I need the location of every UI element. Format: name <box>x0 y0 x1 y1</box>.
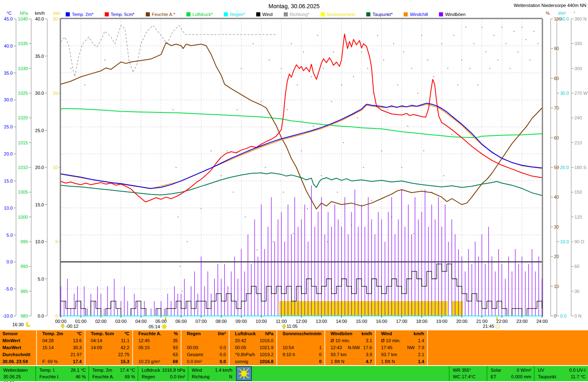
svg-text:5.0: 5.0 <box>38 277 44 281</box>
svg-text:01:00: 01:00 <box>75 319 87 324</box>
status-label: Temp. I. <box>39 367 55 373</box>
sunset-square-icon <box>496 325 499 328</box>
svg-text:45.0: 45.0 <box>4 16 13 21</box>
status-value: 46 % <box>76 373 86 380</box>
svg-text:90: 90 <box>554 46 559 51</box>
cell-value: 13.6 <box>73 337 82 344</box>
cell-label: 04:28 <box>40 337 54 344</box>
status-cell-right-1: Solar0 W/m²ET0.000 mm <box>487 366 534 381</box>
cell-label: 12:45 <box>136 337 150 344</box>
status-label: Luftdruck <box>142 367 160 373</box>
svg-text:10.0: 10.0 <box>35 239 44 244</box>
cell-label: 9:10 h <box>280 351 295 358</box>
cell-label: Gesamt: <box>184 351 204 358</box>
col-name: Regen <box>184 330 201 337</box>
moon-time-text: 16:30 <box>12 322 24 327</box>
axis-lm2: 40.030.020.010.00.0 <box>557 16 569 318</box>
svg-text:13:00: 13:00 <box>316 319 327 324</box>
cell-label: 05:15 <box>136 344 150 351</box>
col-unit: hPa <box>265 330 273 337</box>
svg-text:90 O: 90 O <box>574 239 584 244</box>
status-label: Taupunkt <box>538 373 556 380</box>
cell-label: 0.0 l/m² <box>184 358 202 365</box>
cell-label: 04:14 <box>88 337 102 344</box>
stats-row-header: Durchschnitt <box>0 351 36 358</box>
sunrise-text: 05:14 <box>149 324 160 329</box>
status-bar: Wetterdaten30.06.25 23:59Temp. I.26.1 °C… <box>0 366 588 381</box>
cell-label: 00:05 <box>232 344 246 351</box>
svg-text:985: 985 <box>21 289 28 294</box>
svg-text:15: 15 <box>53 91 58 96</box>
svg-text:120: 120 <box>574 215 582 220</box>
svg-text:20.0: 20.0 <box>560 165 569 170</box>
axis-hpa: 1040103510301025102010151010100510009959… <box>18 16 31 318</box>
chart-plot: 00:0001:0002:0003:0004:0005:0006:0007:00… <box>0 0 588 330</box>
cell-value: 2.1 <box>418 351 424 358</box>
cell-value: 15.3 <box>121 358 129 365</box>
svg-text:0.0: 0.0 <box>38 313 44 318</box>
svg-text:06:00: 06:00 <box>175 319 187 324</box>
stats-col-regen: Regenl/m²00:000.0Gesamt:0.00.0 l/m²0.0 <box>181 330 229 365</box>
cell-value: 4.7 <box>366 358 372 365</box>
cell-label: 10:54 <box>280 344 294 351</box>
svg-text:17:00: 17:00 <box>396 319 407 324</box>
axis-temp_c: 45.040.035.030.025.020.015.010.05.00.0-5… <box>2 16 16 318</box>
svg-text:5.0: 5.0 <box>7 233 13 238</box>
status-label: WR 355° <box>453 367 471 373</box>
svg-text:08:00: 08:00 <box>216 319 227 324</box>
cell-label: 14:09 <box>88 344 102 351</box>
col-unit: km/h <box>361 330 372 337</box>
col-unit: min <box>313 330 322 337</box>
svg-text:1010: 1010 <box>18 165 28 170</box>
time-axis-labels: 00:0001:0002:0003:0004:0005:0006:0007:00… <box>55 319 548 324</box>
svg-text:995: 995 <box>21 239 28 244</box>
stats-row-header: MaxWert <box>0 344 36 351</box>
svg-text:l/m²: l/m² <box>558 11 566 16</box>
col-unit: % <box>174 330 178 337</box>
col-unit: °C <box>77 330 82 337</box>
cell-value: 63 <box>173 351 178 358</box>
status-value: 0.0 UV-I <box>569 367 586 373</box>
status-value: 0.0 l/m² <box>170 373 185 380</box>
svg-text:30: 30 <box>574 289 579 294</box>
svg-text:150: 150 <box>574 190 582 194</box>
svg-text:35.0: 35.0 <box>4 71 13 75</box>
svg-text:23:00: 23:00 <box>516 319 528 324</box>
svg-text:18:00: 18:00 <box>416 319 427 324</box>
cell-value: 0.0 <box>220 351 226 358</box>
cell-label: Ø 10 min. <box>379 337 401 344</box>
col-name: Feuchte A. <box>136 330 161 337</box>
status-value: 69 % <box>125 373 135 380</box>
svg-text:1020: 1020 <box>18 115 28 120</box>
cell-label: 93.7 km <box>379 351 397 358</box>
status-label: Temp. 2m <box>92 367 112 373</box>
moonrise-marker: 11:05 <box>282 324 298 329</box>
svg-text:210: 210 <box>574 140 582 145</box>
status-cell-2: Temp. 2m17.4 °CFeuchte A.69 % <box>88 366 138 381</box>
svg-text:0: 0 <box>55 313 58 318</box>
cell-value: 0.0 <box>220 344 226 351</box>
status-label: 30.06.25 23:59 <box>3 373 33 380</box>
svg-text:20.0: 20.0 <box>4 151 13 156</box>
svg-text:%: % <box>546 11 550 16</box>
svg-text:30.0: 30.0 <box>35 91 44 96</box>
cell-label: 20:42 <box>232 337 246 344</box>
axis-deg: 360 N330300270 W240210180 S15012090 O603… <box>571 16 588 318</box>
col-name: Luftdruck <box>232 330 256 337</box>
status-label: Richtung <box>192 373 209 380</box>
svg-text:80: 80 <box>554 76 559 81</box>
status-value: 1016.8 hPa <box>162 367 185 373</box>
col-name: Sonnenschein <box>280 330 313 337</box>
svg-text:240: 240 <box>574 115 582 120</box>
status-label: WC 17.4°C <box>453 373 475 380</box>
svg-text:70: 70 <box>554 105 559 110</box>
svg-text:12:00: 12:00 <box>296 319 307 324</box>
status-label: Solar <box>491 367 501 373</box>
status-value: 26.1 °C <box>71 367 86 373</box>
svg-text:min: min <box>53 11 60 16</box>
stats-col-sonnenschein: Sonnenscheinmin10:5419:10 h00 <box>276 330 324 365</box>
svg-text:980: 980 <box>21 313 28 318</box>
status-cell-4: Wind1.4 km/hRichtungN <box>188 366 235 381</box>
svg-text:°: ° <box>574 11 575 16</box>
status-cell-1: Temp. I.26.1 °CFeuchte I.46 % <box>35 366 88 381</box>
